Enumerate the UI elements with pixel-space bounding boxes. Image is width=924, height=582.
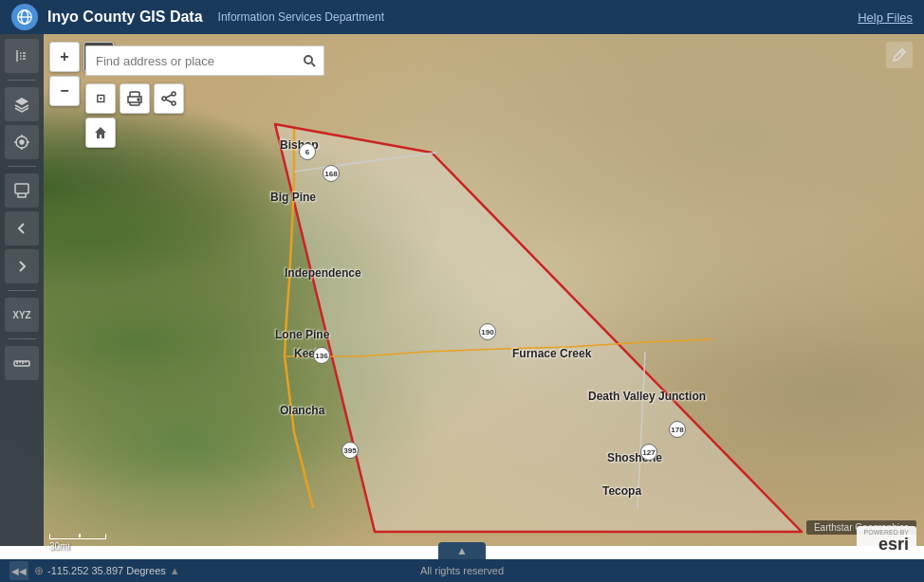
copyright-text: All rights reserved (420, 565, 504, 576)
svg-rect-5 (20, 52, 22, 54)
svg-line-33 (900, 51, 903, 54)
svg-rect-9 (23, 55, 26, 57)
svg-rect-7 (20, 58, 22, 60)
toolbar-divider-3 (8, 290, 36, 291)
svg-point-27 (138, 99, 139, 100)
collapse-sidebar-button[interactable] (5, 39, 39, 73)
toolbar-divider-4 (8, 338, 36, 339)
svg-rect-6 (20, 55, 22, 57)
svg-rect-17 (15, 184, 28, 193)
app-title: Inyo County GIS Data (47, 9, 203, 26)
svg-point-29 (162, 97, 166, 100)
help-files-link[interactable]: Help Files (858, 10, 913, 25)
search-bar (85, 45, 324, 76)
svg-line-24 (311, 64, 315, 67)
back-button[interactable] (5, 211, 39, 246)
app-header: Inyo County GIS Data Information Service… (0, 0, 924, 34)
svg-point-30 (172, 101, 176, 105)
scale-ruler: 30mi (49, 534, 106, 552)
home-button[interactable] (85, 118, 116, 148)
locate-button[interactable] (5, 125, 39, 159)
forward-button[interactable] (5, 249, 39, 283)
search-button[interactable] (294, 45, 324, 76)
search-input[interactable] (85, 45, 294, 76)
scale-label: 30mi (49, 541, 70, 552)
app-logo (11, 4, 38, 30)
measure-button[interactable] (5, 346, 39, 380)
svg-rect-10 (23, 58, 26, 60)
coordinates-icon: ⊕ (34, 564, 44, 577)
secondary-controls: ⊡ (85, 83, 184, 114)
expand-panel-button[interactable]: ◀◀ (9, 561, 28, 580)
coordinates-display: ⊕ -115.252 35.897 Degrees ▲ (34, 564, 180, 577)
svg-rect-4 (16, 50, 18, 62)
department-name: Information Services Department (218, 10, 384, 24)
extent-button[interactable]: ⊡ (85, 83, 116, 114)
layers-button[interactable] (5, 87, 39, 121)
status-bar: ◀◀ ⊕ -115.252 35.897 Degrees ▲ All right… (0, 559, 924, 582)
toolbar-divider-2 (8, 166, 36, 167)
left-toolbar: XYZ (0, 34, 44, 546)
svg-line-31 (166, 95, 172, 98)
svg-line-32 (166, 100, 172, 102)
zoom-out-button[interactable]: − (49, 76, 80, 106)
svg-point-12 (20, 140, 24, 144)
edit-button[interactable] (886, 42, 913, 68)
basemap-button[interactable] (5, 173, 39, 208)
esri-branding: POWERED BY esri (857, 526, 916, 555)
collapse-panel-button[interactable]: ▲ (438, 542, 486, 559)
esri-logo: esri (878, 536, 909, 553)
xyz-button[interactable]: XYZ (5, 298, 39, 332)
svg-point-28 (172, 92, 176, 96)
svg-point-23 (305, 56, 312, 64)
toolbar-divider-1 (8, 80, 36, 81)
print-button[interactable] (120, 83, 150, 114)
expand-coords-icon[interactable]: ▲ (170, 565, 180, 576)
xyz-label: XYZ (12, 310, 30, 320)
coordinates-value: -115.252 35.897 Degrees (47, 565, 166, 576)
svg-rect-8 (23, 52, 26, 54)
zoom-in-button[interactable]: + (49, 42, 80, 72)
scale-line (49, 534, 106, 539)
share-button[interactable] (154, 83, 184, 114)
